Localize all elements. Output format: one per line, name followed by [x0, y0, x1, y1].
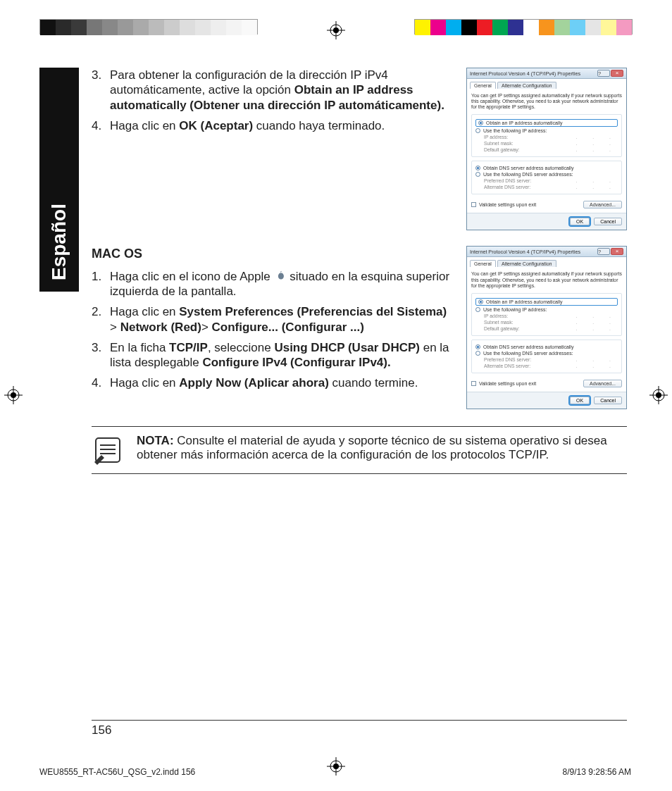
macos-heading: MAC OS — [92, 246, 456, 262]
radio-obtain-ip: Obtain an IP address automatically — [475, 298, 618, 306]
apple-icon — [274, 270, 287, 282]
ok-button: OK — [570, 397, 590, 404]
radio-use-ip: Use the following IP address: — [475, 307, 618, 312]
note-body: Consulte el material de ayuda y soporte … — [137, 434, 607, 461]
list-item: 1. Haga clic en el icono de Apple situad… — [92, 269, 456, 299]
list-item: 3. Para obtener la configuración de la d… — [92, 68, 456, 113]
radio-obtain-ip: Obtain an IP address automatically — [475, 119, 618, 127]
tab-alternate: Alternate Configuration — [497, 82, 556, 89]
windows-steps-list: 3. Para obtener la configuración de la d… — [92, 68, 456, 133]
dialog-description: You can get IP settings assigned automat… — [471, 93, 622, 110]
field-gw: Default gateway:. . . — [484, 147, 618, 152]
language-tab: Español — [39, 68, 79, 292]
radio-use-dns: Use the following DNS server addresses: — [475, 351, 618, 356]
registration-mark-icon — [649, 386, 668, 404]
step-number: 2. — [92, 304, 110, 335]
ok-button: OK — [570, 218, 590, 225]
radio-obtain-dns: Obtain DNS server address automatically — [475, 166, 618, 170]
advanced-button: Advanced... — [583, 201, 622, 208]
dialog-title: Internet Protocol Version 4 (TCP/IPv4) P… — [470, 70, 580, 77]
step-number: 4. — [92, 375, 110, 390]
field-adns: Alternate DNS server:. . . — [484, 185, 618, 189]
cancel-button: Cancel — [594, 218, 622, 225]
page-number: 156 — [92, 720, 627, 737]
step-number: 4. — [92, 118, 110, 133]
advanced-button: Advanced... — [583, 380, 622, 387]
list-item: 4. Haga clic en OK (Aceptar) cuando haya… — [92, 118, 456, 133]
field-pdns: Preferred DNS server:. . . — [484, 357, 618, 362]
step-number: 3. — [92, 68, 110, 113]
registration-mark-icon — [4, 386, 23, 404]
print-slug: WEU8555_RT-AC56U_QSG_v2.indd 156 8/9/13 … — [39, 767, 631, 777]
radio-use-dns: Use the following DNS server addresses: — [475, 172, 618, 177]
dialog-description: You can get IP settings assigned automat… — [471, 271, 622, 288]
help-icon: ? — [597, 70, 610, 77]
grayscale-colorbar — [39, 19, 258, 35]
field-mask: Subnet mask:. . . — [484, 141, 618, 146]
window-controls: ?× — [597, 70, 623, 77]
list-item: 3. En la ficha TCP/IP, seleccione Using … — [92, 340, 456, 370]
note-box: NOTA: Consulte el material de ayuda y so… — [92, 426, 627, 474]
checkbox-validate: Validate settings upon exit — [471, 202, 536, 207]
field-ip: IP address:. . . — [484, 313, 618, 318]
process-colorbar — [414, 19, 633, 35]
close-icon: × — [611, 248, 623, 255]
close-icon: × — [611, 70, 623, 77]
checkbox-validate: Validate settings upon exit — [471, 381, 536, 386]
field-adns: Alternate DNS server:. . . — [484, 363, 618, 368]
note-icon — [92, 434, 124, 466]
step-number: 3. — [92, 340, 110, 370]
radio-obtain-dns: Obtain DNS server address automatically — [475, 344, 618, 349]
tcpip-dialog-screenshot: Internet Protocol Version 4 (TCP/IPv4) P… — [466, 246, 627, 409]
step-number: 1. — [92, 269, 110, 299]
tab-alternate: Alternate Configuration — [497, 260, 556, 267]
tab-general: General — [470, 82, 496, 89]
registration-mark-icon — [327, 21, 345, 39]
macos-steps-list: 1. Haga clic en el icono de Apple situad… — [92, 269, 456, 391]
slug-timestamp: 8/9/13 9:28:56 AM — [563, 767, 631, 777]
radio-use-ip: Use the following IP address: — [475, 128, 618, 133]
slug-filename: WEU8555_RT-AC56U_QSG_v2.indd 156 — [39, 767, 195, 777]
list-item: 2. Haga clic en System Preferences (Pref… — [92, 304, 456, 335]
help-icon: ? — [597, 248, 610, 255]
tcpip-dialog-screenshot: Internet Protocol Version 4 (TCP/IPv4) P… — [466, 68, 627, 230]
field-mask: Subnet mask:. . . — [484, 320, 618, 325]
dialog-title: Internet Protocol Version 4 (TCP/IPv4) P… — [470, 249, 580, 255]
list-item: 4. Haga clic en Apply Now (Aplicar ahora… — [92, 375, 456, 390]
cancel-button: Cancel — [594, 397, 622, 404]
field-ip: IP address:. . . — [484, 135, 618, 139]
field-gw: Default gateway:. . . — [484, 326, 618, 331]
tab-general: General — [470, 260, 496, 267]
note-label: NOTA: — [137, 434, 174, 447]
window-controls: ?× — [597, 248, 623, 255]
field-pdns: Preferred DNS server:. . . — [484, 178, 618, 183]
